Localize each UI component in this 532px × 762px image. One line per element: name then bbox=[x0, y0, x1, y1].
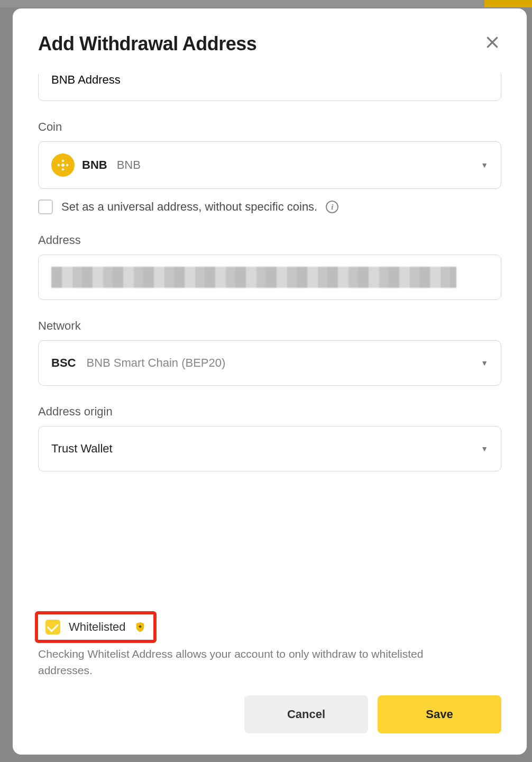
address-value-redacted bbox=[51, 267, 456, 288]
address-label-value: BNB Address bbox=[51, 74, 121, 87]
address-origin-label: Address origin bbox=[38, 405, 501, 419]
modal-title: Add Withdrawal Address bbox=[38, 33, 256, 55]
universal-address-checkbox[interactable] bbox=[38, 199, 53, 214]
whitelisted-checkbox[interactable] bbox=[45, 620, 60, 634]
save-button[interactable]: Save bbox=[378, 695, 501, 733]
deposit-button-bg bbox=[484, 0, 532, 7]
address-label-input[interactable]: BNB Address bbox=[38, 74, 501, 101]
shield-icon bbox=[134, 621, 146, 633]
bnb-coin-icon bbox=[51, 153, 75, 177]
network-label: Network bbox=[38, 319, 501, 333]
address-label: Address bbox=[38, 233, 501, 247]
whitelisted-label: Whitelisted bbox=[69, 620, 126, 634]
address-origin-value: Trust Wallet bbox=[51, 442, 113, 456]
address-input[interactable] bbox=[38, 255, 501, 300]
coin-name: BNB bbox=[117, 158, 141, 172]
chevron-down-icon: ▼ bbox=[481, 359, 488, 367]
address-origin-select[interactable]: Trust Wallet ▼ bbox=[38, 426, 501, 471]
chevron-down-icon: ▼ bbox=[481, 161, 488, 169]
coin-select[interactable]: BNB BNB ▼ bbox=[38, 141, 501, 189]
coin-label: Coin bbox=[38, 120, 501, 134]
network-symbol: BSC bbox=[51, 356, 76, 370]
network-name: BNB Smart Chain (BEP20) bbox=[86, 356, 225, 370]
background-footer bbox=[0, 755, 532, 762]
add-withdrawal-address-modal: Add Withdrawal Address BNB Address Coin … bbox=[13, 8, 527, 755]
chevron-down-icon: ▼ bbox=[481, 444, 488, 453]
cancel-button[interactable]: Cancel bbox=[244, 695, 368, 733]
coin-symbol: BNB bbox=[82, 158, 107, 172]
whitelist-highlight: Whitelisted bbox=[35, 611, 157, 643]
whitelist-description: Checking Whitelist Address allows your a… bbox=[38, 646, 440, 678]
network-select[interactable]: BSC BNB Smart Chain (BEP20) ▼ bbox=[38, 340, 501, 386]
close-icon[interactable] bbox=[483, 32, 501, 56]
background-nav bbox=[0, 0, 532, 7]
info-icon[interactable]: i bbox=[326, 201, 338, 213]
universal-address-label: Set as a universal address, without spec… bbox=[61, 200, 317, 214]
